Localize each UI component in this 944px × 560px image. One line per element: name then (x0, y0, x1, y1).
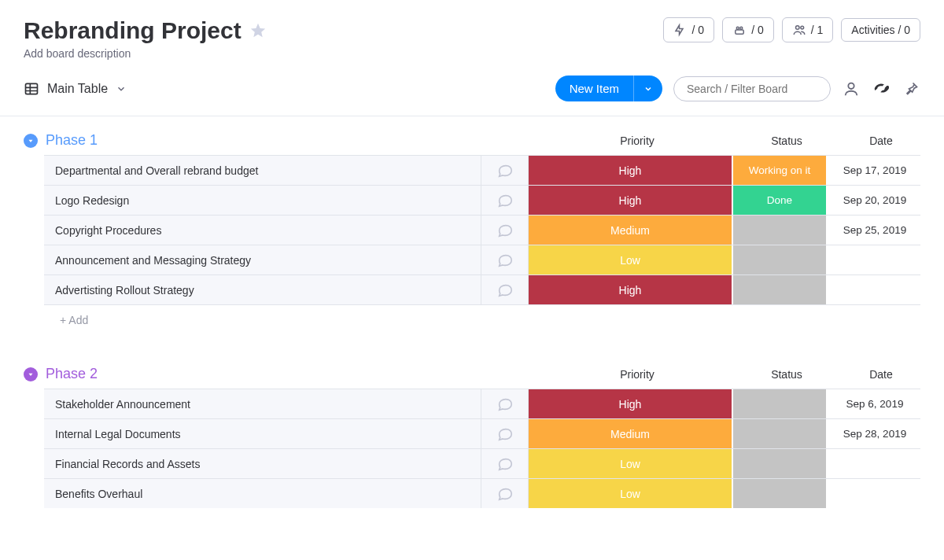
priority-cell[interactable]: Low (529, 449, 733, 478)
automations-icon (673, 23, 688, 37)
svg-rect-0 (736, 30, 744, 34)
item-name-cell[interactable]: Logo Redesign (44, 186, 481, 215)
table-row[interactable]: Stakeholder AnnouncementHighSep 6, 2019 (44, 389, 920, 418)
date-cell[interactable] (828, 479, 922, 508)
status-cell[interactable] (733, 419, 828, 448)
status-cell[interactable] (733, 479, 828, 508)
chat-icon[interactable] (481, 275, 529, 304)
date-cell[interactable]: Sep 6, 2019 (828, 389, 922, 418)
table-row[interactable]: Logo RedesignHighDoneSep 20, 2019 (44, 185, 920, 215)
item-name-cell[interactable]: Internal Legal Documents (44, 419, 481, 448)
svg-point-1 (736, 27, 739, 29)
members-pill[interactable]: / 1 (782, 17, 834, 42)
chat-icon[interactable] (481, 245, 529, 274)
item-name-cell[interactable]: Departmental and Overall rebrand budget (44, 156, 481, 185)
status-cell[interactable] (733, 449, 828, 478)
status-cell[interactable] (733, 275, 828, 304)
item-name-cell[interactable]: Announcement and Messaging Strategy (44, 245, 481, 274)
hide-columns-icon[interactable] (872, 79, 891, 98)
column-header-date[interactable]: Date (834, 368, 928, 381)
chat-icon[interactable] (481, 449, 529, 478)
automations-pill[interactable]: / 0 (663, 17, 715, 42)
automations-count: / 0 (692, 24, 705, 36)
group-title[interactable]: Phase 2 (46, 366, 98, 382)
collapse-toggle[interactable] (24, 134, 38, 148)
svg-marker-10 (29, 139, 33, 142)
table-row[interactable]: Departmental and Overall rebrand budgetH… (44, 155, 920, 185)
board-header: Rebranding Project Add board description… (0, 0, 944, 64)
chat-icon[interactable] (481, 419, 529, 448)
svg-rect-5 (26, 83, 38, 94)
priority-cell[interactable]: Medium (529, 419, 733, 448)
column-header-priority[interactable]: Priority (535, 368, 739, 381)
chat-icon[interactable] (481, 389, 529, 418)
members-icon (792, 23, 806, 37)
person-filter-icon[interactable] (842, 79, 861, 98)
priority-cell[interactable]: High (529, 275, 733, 304)
new-item-button[interactable]: New Item (555, 76, 633, 101)
column-header-date[interactable]: Date (834, 134, 928, 147)
view-label: Main Table (47, 82, 108, 96)
priority-cell[interactable]: High (529, 186, 733, 215)
column-header-status[interactable]: Status (739, 368, 834, 381)
column-header-status[interactable]: Status (739, 134, 834, 147)
svg-point-2 (740, 27, 743, 29)
chat-icon[interactable] (481, 186, 529, 215)
date-cell[interactable] (828, 245, 922, 274)
board-title[interactable]: Rebranding Project (24, 17, 242, 44)
board-toolbar: Main Table New Item (0, 64, 944, 116)
svg-marker-11 (29, 373, 33, 375)
integrations-pill[interactable]: / 0 (722, 17, 774, 42)
favorite-star-icon[interactable] (249, 22, 267, 39)
date-cell[interactable]: Sep 28, 2019 (828, 419, 922, 448)
pin-icon[interactable] (902, 79, 920, 98)
table-row[interactable]: Financial Records and AssetsLow (44, 448, 920, 478)
add-item-label: + Add (49, 314, 88, 326)
table-row[interactable]: Benefits OverhaulLow (44, 478, 920, 508)
column-header-priority[interactable]: Priority (535, 134, 739, 147)
date-cell[interactable]: Sep 17, 2019 (828, 156, 922, 185)
date-cell[interactable] (828, 275, 922, 304)
date-cell[interactable] (828, 449, 922, 478)
priority-cell[interactable]: High (529, 156, 733, 185)
group-title[interactable]: Phase 1 (46, 132, 98, 149)
board-description[interactable]: Add board description (24, 47, 267, 60)
collapse-toggle[interactable] (24, 367, 38, 381)
chat-icon[interactable] (481, 216, 529, 245)
chevron-down-icon (116, 83, 127, 94)
search-input[interactable] (687, 83, 817, 95)
view-switcher[interactable]: Main Table (24, 81, 127, 97)
table-row[interactable]: Advertisting Rollout StrategyHigh (44, 274, 920, 304)
date-cell[interactable]: Sep 20, 2019 (828, 186, 922, 215)
integrations-count: / 0 (751, 24, 764, 36)
status-cell[interactable]: Working on it (733, 156, 828, 185)
date-cell[interactable]: Sep 25, 2019 (828, 216, 922, 245)
members-count: / 1 (811, 24, 824, 36)
chat-icon[interactable] (481, 156, 529, 185)
svg-point-3 (795, 26, 799, 30)
item-name-cell[interactable]: Stakeholder Announcement (44, 389, 481, 418)
priority-cell[interactable]: Medium (529, 216, 733, 245)
status-cell[interactable]: Done (733, 186, 828, 215)
priority-cell[interactable]: Low (529, 245, 733, 274)
svg-point-4 (801, 26, 804, 29)
item-name-cell[interactable]: Financial Records and Assets (44, 449, 481, 478)
item-name-cell[interactable]: Copyright Procedures (44, 216, 481, 245)
status-cell[interactable] (733, 389, 828, 418)
search-filter[interactable] (673, 76, 831, 101)
item-name-cell[interactable]: Benefits Overhaul (44, 479, 481, 508)
table-row[interactable]: Copyright ProceduresMediumSep 25, 2019 (44, 215, 920, 245)
chat-icon[interactable] (481, 479, 529, 508)
priority-cell[interactable]: High (529, 389, 733, 418)
priority-cell[interactable]: Low (529, 479, 733, 508)
new-item-dropdown[interactable] (633, 76, 662, 101)
add-item-row[interactable]: + Add (44, 304, 920, 334)
item-name-cell[interactable]: Advertisting Rollout Strategy (44, 275, 481, 304)
activities-pill[interactable]: Activities / 0 (841, 18, 920, 42)
svg-point-9 (848, 83, 854, 88)
status-cell[interactable] (733, 216, 828, 245)
table-row[interactable]: Announcement and Messaging StrategyLow (44, 245, 920, 274)
table-icon (24, 81, 39, 97)
table-row[interactable]: Internal Legal DocumentsMediumSep 28, 20… (44, 418, 920, 448)
status-cell[interactable] (733, 245, 828, 274)
